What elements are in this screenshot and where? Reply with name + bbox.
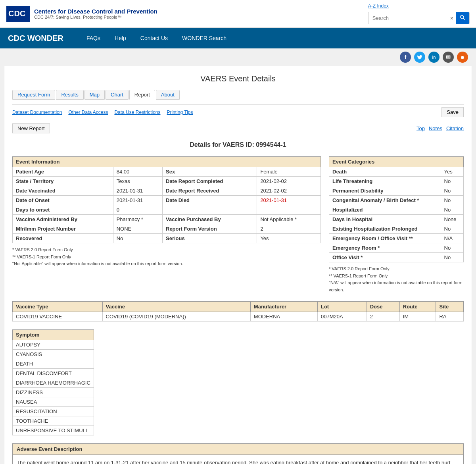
symptom-row: DEATH [13, 359, 94, 369]
patient-age-value: 84.00 [113, 167, 162, 177]
search-submit-button[interactable] [456, 12, 469, 24]
symptom-row: CYANOSIS [13, 350, 94, 359]
tab-map[interactable]: Map [84, 90, 105, 100]
hospitalized-value: No [441, 205, 464, 215]
days-to-onset-label: Days to onset [13, 205, 113, 215]
tabs: Request Form Results Map Chart Report Ab… [12, 90, 464, 100]
vaccine-row: COVID19 VACCINE COVID19 (COVID19 (MODERN… [13, 312, 464, 322]
adverse-event-header: Adverse Event Description [13, 444, 463, 455]
symptom-row: DIZZINESS [13, 388, 94, 397]
dose-header: Dose [367, 302, 399, 312]
search-clear-button[interactable]: × [448, 13, 456, 23]
congenital-anomaly-value: No [441, 196, 464, 205]
event-categories-header: Event Categories [329, 157, 464, 167]
rss-icon[interactable]: ● [457, 52, 468, 63]
existing-hosp-prolonged-label: Existing Hospitalization Prolonged [329, 224, 441, 234]
permanent-disability-value: No [441, 186, 464, 196]
new-report-button[interactable]: New Report [12, 123, 50, 133]
vaccine-purchased-by-label: Vaccine Purchased By [163, 215, 257, 224]
svg-text:CDC: CDC [8, 9, 25, 18]
cat-footnote-2: ** VAERS-1 Report Form Only [329, 273, 464, 280]
email-icon[interactable]: ✉ [443, 52, 454, 63]
symptom-diarrhoea: DIARRHOEA HAEMORRHAGIC [13, 378, 94, 388]
cat-footnote-1: * VAERS 2.0 Report Form Only [329, 266, 464, 273]
notes-link[interactable]: Notes [429, 125, 442, 131]
nav-contact[interactable]: Contact Us [133, 29, 175, 48]
twitter-icon[interactable] [414, 52, 425, 63]
svg-line-3 [463, 18, 465, 20]
az-index-link[interactable]: A-Z Index [368, 3, 389, 9]
symptom-resuscitation: RESUSCITATION [13, 407, 94, 416]
days-to-onset-value: 0 [113, 205, 162, 215]
save-button[interactable]: Save [441, 107, 464, 117]
top-bar: CDC Centers for Disease Control and Prev… [0, 0, 476, 28]
search-area: × [368, 12, 470, 24]
date-vaccinated-label: Date Vaccinated [13, 186, 113, 196]
nav-help[interactable]: Help [107, 29, 133, 48]
detail-title: Details for VAERS ID: 0994544-1 [12, 141, 464, 148]
er-office-visit-label: Emergency Room / Office Visit ** [329, 234, 441, 243]
symptom-unresponsive: UNRESPONSIVE TO STIMULI [13, 426, 94, 435]
symptom-table: Symptom AUTOPSY CYANOSIS DEATH DENTAL DI… [12, 329, 94, 435]
recovered-label: Recovered [13, 234, 113, 243]
vaccine-purchased-by-value: Not Applicable * [257, 215, 321, 224]
symptom-death: DEATH [13, 359, 94, 369]
lot-value: 007M20A [317, 312, 367, 322]
tab-report[interactable]: Report [129, 90, 155, 100]
symptom-row: UNRESPONSIVE TO STIMULI [13, 426, 94, 435]
symptom-cyanosis: CYANOSIS [13, 350, 94, 359]
nav-faqs[interactable]: FAQs [79, 29, 107, 48]
office-visit-label: Office Visit * [329, 253, 441, 262]
date-report-completed-label: Date Report Completed [163, 177, 257, 186]
event-info-footnotes: * VAERS 2.0 Report Form Only ** VAERS-1 … [12, 246, 321, 268]
sub-links: Dataset Documentation Other Data Access … [12, 104, 464, 119]
state-value: Texas [113, 177, 162, 186]
event-info-header: Event Information [13, 157, 321, 167]
report-form-version-label: Report Form Version [163, 224, 257, 234]
adverse-event-body: The patient went home around 11 am on 1-… [13, 455, 463, 464]
facebook-icon[interactable]: f [400, 52, 411, 63]
linkedin-icon[interactable]: in [428, 52, 440, 63]
tab-request-form[interactable]: Request Form [12, 90, 55, 100]
date-of-onset-value: 2021-01-31 [113, 196, 162, 205]
citation-link[interactable]: Citation [446, 125, 464, 131]
sub-links-left: Dataset Documentation Other Data Access … [12, 110, 193, 115]
vaccine-admin-by-label: Vaccine Administered By [13, 215, 113, 224]
tab-about[interactable]: About [156, 90, 180, 100]
tab-chart[interactable]: Chart [106, 90, 129, 100]
hospitalized-label: Hospitalized [329, 205, 441, 215]
site-header: Site [436, 302, 464, 312]
symptom-dizziness: DIZZINESS [13, 388, 94, 397]
footnote-1: * VAERS 2.0 Report Form Only [12, 246, 321, 254]
report-nav: Top Notes Citation [416, 125, 464, 131]
symptom-header: Symptom [13, 330, 94, 340]
search-wrapper: × [368, 12, 470, 24]
emergency-room-value: No [441, 243, 464, 253]
date-report-received-label: Date Report Received [163, 186, 257, 196]
sex-label: Sex [163, 167, 257, 177]
search-input[interactable] [369, 13, 448, 23]
tab-results[interactable]: Results [56, 90, 83, 100]
social-bar: f in ✉ ● [0, 48, 476, 66]
days-in-hospital-value: None [441, 215, 464, 224]
symptom-row: AUTOPSY [13, 340, 94, 350]
footnote-2: ** VAERS-1 Report Form Only [12, 254, 321, 261]
cdc-logo-icon: CDC [6, 6, 30, 22]
vaccine-table: Vaccine Type Vaccine Manufacturer Lot Do… [12, 301, 464, 322]
route-header: Route [399, 302, 436, 312]
data-use-restrictions-link[interactable]: Data Use Restrictions [114, 110, 160, 115]
date-report-received-value: 2021-02-02 [257, 186, 321, 196]
manufacturer-header: Manufacturer [250, 302, 317, 312]
event-info-col: Event Information Patient Age 84.00 Sex … [12, 156, 321, 293]
sex-value: Female [257, 167, 321, 177]
er-office-visit-value: N/A [441, 234, 464, 243]
dataset-documentation-link[interactable]: Dataset Documentation [12, 110, 62, 115]
printing-tips-link[interactable]: Printing Tips [167, 110, 193, 115]
footnote-3: "Not Applicable" will appear when inform… [12, 260, 321, 268]
vaccine-type-value: COVID19 VACCINE [13, 312, 103, 322]
top-link[interactable]: Top [416, 125, 425, 131]
other-data-access-link[interactable]: Other Data Access [68, 110, 108, 115]
nav-wonder-search[interactable]: WONDER Search [175, 29, 234, 48]
vaccine-admin-by-value: Pharmacy * [113, 215, 162, 224]
symptom-row: RESUSCITATION [13, 407, 94, 416]
